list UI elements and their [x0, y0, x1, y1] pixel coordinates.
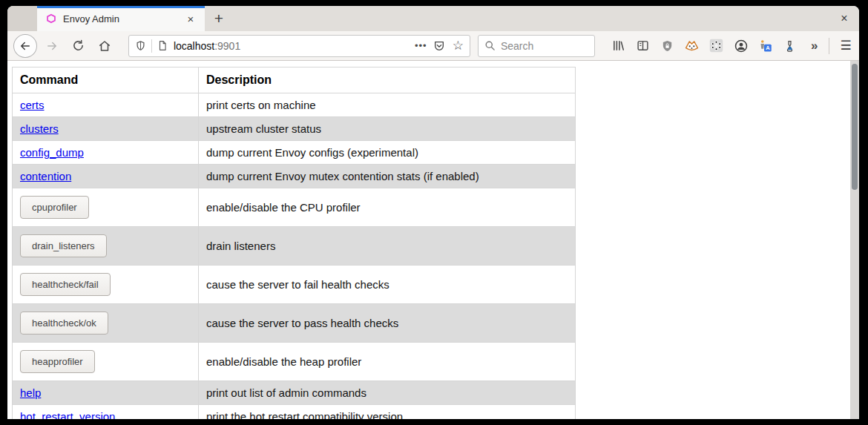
description-cell: dump current Envoy mutex contention stat… — [199, 165, 576, 188]
navigation-toolbar: localhost:9901 ••• ☆ — [7, 31, 859, 61]
tab-envoy-admin[interactable]: Envoy Admin × — [37, 6, 205, 31]
browser-window: Envoy Admin × + × — [7, 6, 859, 419]
command-cell: clusters — [13, 117, 199, 141]
description-cell: enable/disable the heap profiler — [199, 343, 576, 381]
description-cell: enable/disable the CPU profiler — [199, 188, 576, 227]
toolbar-icon-strip: A » — [611, 39, 821, 53]
sidebar-icon[interactable] — [636, 39, 650, 53]
description-cell: print out list of admin commands — [199, 381, 576, 405]
svg-text:A: A — [766, 45, 770, 51]
translate-icon[interactable]: A — [758, 39, 772, 53]
description-cell: drain listeners — [199, 227, 576, 266]
pocket-icon[interactable] — [433, 40, 445, 52]
tabbar-spacer — [233, 6, 829, 31]
description-column-header: Description — [199, 67, 576, 93]
home-icon — [98, 39, 111, 53]
command-link[interactable]: help — [20, 386, 41, 399]
admin-commands-table: Command Description certs print certs on… — [12, 67, 576, 419]
urlbar-separator — [151, 39, 152, 53]
titlebar-corner — [7, 6, 37, 31]
forward-icon — [45, 39, 59, 53]
command-cell: contention — [13, 165, 199, 188]
reload-button[interactable] — [69, 39, 87, 52]
table-row: certs print certs on machine — [13, 93, 576, 117]
description-cell: print certs on machine — [199, 93, 576, 117]
overflow-chevron-icon[interactable]: » — [807, 39, 821, 53]
shield-lock-icon[interactable] — [660, 39, 674, 53]
page-actions-icon[interactable]: ••• — [415, 40, 427, 51]
command-button[interactable]: healthcheck/ok — [20, 312, 108, 335]
command-cell: certs — [13, 93, 199, 117]
vertical-scrollbar[interactable] — [850, 61, 859, 419]
tab-bar: Envoy Admin × + × — [7, 6, 859, 31]
table-row: healthcheck/ok cause the server to pass … — [13, 304, 576, 343]
table-row: healthcheck/fail cause the server to fai… — [13, 266, 576, 304]
back-icon — [19, 39, 32, 53]
command-link[interactable]: contention — [20, 170, 71, 182]
table-row: cpuprofiler enable/disable the CPU profi… — [13, 188, 576, 227]
table-row: config_dump dump current Envoy configs (… — [13, 141, 576, 165]
command-button[interactable]: healthcheck/fail — [20, 273, 111, 296]
url-port: :9901 — [214, 40, 240, 52]
search-input[interactable] — [501, 40, 582, 52]
page-icon[interactable] — [157, 40, 168, 51]
description-cell: upstream cluster status — [199, 117, 576, 141]
table-row: help print out list of admin commands — [13, 381, 576, 405]
command-link[interactable]: clusters — [20, 122, 59, 135]
envoy-hexagon-icon — [46, 13, 56, 24]
toolbar-separator — [829, 38, 829, 54]
home-button[interactable] — [96, 39, 114, 53]
search-icon — [484, 40, 496, 51]
url-host: localhost — [174, 40, 214, 52]
command-cell: healthcheck/fail — [13, 266, 199, 304]
privacy-badger-icon[interactable] — [685, 39, 699, 53]
window-close-button[interactable]: × — [829, 6, 859, 31]
table-header-row: Command Description — [13, 67, 576, 93]
new-tab-button[interactable]: + — [205, 6, 233, 31]
command-cell: drain_listeners — [13, 227, 199, 266]
command-cell: config_dump — [13, 141, 199, 165]
url-bar[interactable]: localhost:9901 ••• ☆ — [128, 35, 470, 57]
scrollbar-thumb[interactable] — [852, 64, 858, 190]
library-icon[interactable] — [611, 39, 625, 53]
table-row: drain_listeners drain listeners — [13, 227, 576, 266]
description-cell: cause the server to fail health checks — [199, 266, 576, 304]
flask-icon[interactable] — [783, 39, 797, 53]
search-bar[interactable] — [478, 35, 595, 57]
table-row: hot_restart_version print the hot restar… — [13, 405, 576, 420]
command-cell: cpuprofiler — [13, 188, 199, 227]
bookmark-star-icon[interactable]: ☆ — [453, 38, 464, 53]
page-content: Command Description certs print certs on… — [7, 61, 859, 419]
command-link[interactable]: hot_restart_version — [20, 410, 115, 419]
menu-icon[interactable]: ☰ — [837, 38, 855, 53]
extension-atom-icon[interactable] — [709, 39, 723, 53]
account-icon[interactable] — [734, 39, 748, 53]
command-cell: heapprofiler — [13, 343, 199, 381]
tracking-shield-icon[interactable] — [135, 40, 146, 51]
plus-icon: + — [214, 10, 223, 27]
url-text[interactable]: localhost:9901 — [174, 40, 409, 52]
command-button[interactable]: cpuprofiler — [20, 196, 89, 219]
reload-icon — [72, 39, 85, 52]
command-column-header: Command — [13, 67, 199, 93]
tab-title: Envoy Admin — [63, 13, 183, 24]
description-cell: cause the server to pass health checks — [199, 304, 576, 343]
table-row: heapprofiler enable/disable the heap pro… — [13, 343, 576, 381]
back-button[interactable] — [13, 34, 37, 58]
forward-button[interactable] — [43, 39, 61, 53]
tab-close-icon[interactable]: × — [183, 10, 199, 27]
command-cell: hot_restart_version — [13, 405, 199, 420]
table-body: certs print certs on machine clusters up… — [13, 93, 576, 420]
description-cell: print the hot restart compatibility vers… — [199, 405, 576, 420]
command-cell: help — [13, 381, 199, 405]
command-button[interactable]: heapprofiler — [20, 350, 95, 373]
command-cell: healthcheck/ok — [13, 304, 199, 343]
command-link[interactable]: config_dump — [20, 146, 84, 159]
table-row: contention dump current Envoy mutex cont… — [13, 165, 576, 188]
command-button[interactable]: drain_listeners — [20, 234, 107, 257]
command-link[interactable]: certs — [20, 99, 45, 111]
description-cell: dump current Envoy configs (experimental… — [199, 141, 576, 165]
table-row: clusters upstream cluster status — [13, 117, 576, 141]
